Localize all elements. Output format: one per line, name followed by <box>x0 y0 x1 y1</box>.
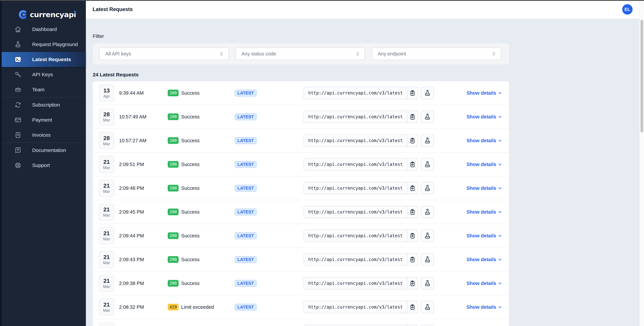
request-time: 2:09:51 PM <box>119 162 168 167</box>
copy-button[interactable] <box>407 87 418 99</box>
request-time: 2:09:45 PM <box>119 209 168 215</box>
copy-button[interactable] <box>407 301 418 313</box>
status-cell: 200 Success <box>168 256 235 263</box>
latest-tag: LATEST <box>235 137 256 144</box>
playground-button[interactable] <box>421 253 434 266</box>
playground-button[interactable] <box>421 325 434 326</box>
copy-button[interactable] <box>407 278 418 289</box>
status-code-badge: 200 <box>168 137 178 144</box>
playground-button[interactable] <box>421 87 434 99</box>
url-field[interactable]: http://api.currencyapi.com/v3/latest <box>304 87 407 99</box>
show-details-link[interactable]: Show details <box>466 90 502 96</box>
url-field[interactable]: http://api.currencyapi.com/v3/latest <box>304 135 407 146</box>
request-row: 21 Mar 2:08:32 PM 429 Limit exceeded LAT… <box>93 295 509 319</box>
copy-button[interactable] <box>407 325 418 326</box>
playground-button[interactable] <box>421 206 434 218</box>
url-field[interactable]: http://api.currencyapi.com/v3/latest <box>304 158 407 170</box>
status-code-badge: 200 <box>168 280 178 287</box>
sidebar-item-support[interactable]: Support <box>2 158 86 173</box>
date-month: Mar <box>103 285 110 289</box>
date-month: Mar <box>103 166 110 170</box>
copy-button[interactable] <box>407 111 418 123</box>
date-badge <box>99 322 114 326</box>
status-label: Limit exceeded <box>181 304 214 310</box>
url-field[interactable] <box>304 325 407 326</box>
sidebar-item-latest-requests[interactable]: Latest Requests <box>2 52 86 67</box>
flask-icon <box>424 256 431 263</box>
playground-button[interactable] <box>421 111 434 123</box>
latest-tag: LATEST <box>235 161 256 168</box>
show-details-link[interactable]: Show details <box>466 138 502 143</box>
url-field[interactable]: http://api.currencyapi.com/v3/latest <box>304 182 407 194</box>
page-title: Latest Requests <box>92 6 133 12</box>
copy-button[interactable] <box>407 182 418 194</box>
show-details-link[interactable]: Show details <box>466 185 502 191</box>
url-field[interactable]: http://api.currencyapi.com/v3/latest <box>304 111 407 123</box>
playground-button[interactable] <box>421 277 434 290</box>
request-row: 21 Mar 2:09:38 PM 200 Success LATEST htt… <box>93 272 509 295</box>
date-month: Mar <box>103 213 110 217</box>
chevron-down-icon <box>498 281 502 286</box>
chevron-down-icon <box>498 91 502 95</box>
copy-button[interactable] <box>407 254 418 265</box>
show-details-link[interactable]: Show details <box>466 304 502 310</box>
status-code-badge: 200 <box>168 232 178 239</box>
sidebar-item-api-keys[interactable]: API Keys <box>2 67 86 82</box>
clipboard-arrow-icon <box>410 209 416 215</box>
status-label: Success <box>181 114 200 120</box>
request-time: 10:57:49 AM <box>119 114 168 120</box>
sidebar-item-subscription[interactable]: Subscription <box>2 97 86 112</box>
playground-button[interactable] <box>421 134 434 147</box>
request-row: 21 Mar 2:09:43 PM 200 Success LATEST htt… <box>93 248 509 272</box>
user-avatar[interactable]: EL <box>622 4 632 14</box>
date-day: 13 <box>104 88 110 94</box>
url-field[interactable]: http://api.currencyapi.com/v3/latest <box>304 301 407 313</box>
scrollbar-thumb[interactable] <box>640 20 643 132</box>
show-details-link[interactable]: Show details <box>466 162 502 167</box>
copy-button[interactable] <box>407 158 418 170</box>
url-field[interactable]: http://api.currencyapi.com/v3/latest <box>304 278 407 289</box>
playground-button[interactable] <box>421 301 434 313</box>
request-time: 10:57:27 AM <box>119 138 168 143</box>
sidebar-item-payment[interactable]: Payment <box>2 112 86 127</box>
status-code-badge: 200 <box>168 256 178 263</box>
endpoint-tag-cell: LATEST <box>235 256 304 263</box>
status-label: Success <box>181 185 200 191</box>
url-field[interactable]: http://api.currencyapi.com/v3/latest <box>304 230 407 242</box>
copy-button[interactable] <box>407 135 418 146</box>
show-details-link[interactable]: Show details <box>466 114 502 120</box>
date-day: 21 <box>104 278 110 284</box>
date-badge: 21 Mar <box>99 180 114 197</box>
endpoint-tag-cell: LATEST <box>235 113 304 120</box>
show-details-link[interactable]: Show details <box>466 233 502 239</box>
chevron-down-icon <box>498 305 502 310</box>
sidebar-item-team[interactable]: Team <box>2 82 86 97</box>
date-day: 21 <box>104 302 110 308</box>
playground-button[interactable] <box>421 230 434 242</box>
endpoint-select[interactable]: Any endpoint <box>372 47 501 60</box>
url-field[interactable]: http://api.currencyapi.com/v3/latest <box>304 206 407 218</box>
api-key-select[interactable]: All API keys <box>100 47 228 60</box>
playground-button[interactable] <box>421 182 434 194</box>
request-time: 2:09:38 PM <box>119 281 168 286</box>
show-details-link[interactable]: Show details <box>466 209 502 215</box>
copy-button[interactable] <box>407 206 418 218</box>
copy-button[interactable] <box>407 230 418 242</box>
sidebar-item-request-playground[interactable]: Request Playground <box>2 37 86 52</box>
url-field[interactable]: http://api.currencyapi.com/v3/latest <box>304 254 407 265</box>
sidebar-item-documentation[interactable]: Documentation <box>2 143 86 158</box>
date-badge: 21 Mar <box>99 203 114 221</box>
flask-icon <box>14 40 22 48</box>
scrollbar-track[interactable] <box>639 1 644 326</box>
sidebar-nav: Dashboard Request Playground Latest Requ… <box>2 22 86 173</box>
status-label: Success <box>181 90 200 96</box>
status-code-select[interactable]: Any status code <box>236 47 365 60</box>
sidebar-item-dashboard[interactable]: Dashboard <box>2 22 86 37</box>
logo[interactable]: currencyapi <box>2 0 86 22</box>
show-details-link[interactable]: Show details <box>466 257 502 262</box>
playground-button[interactable] <box>421 158 434 171</box>
sidebar-item-invoices[interactable]: Invoices <box>2 127 86 143</box>
request-row: Show details <box>93 319 509 326</box>
status-cell: 200 Success <box>168 185 235 192</box>
show-details-link[interactable]: Show details <box>466 281 502 286</box>
